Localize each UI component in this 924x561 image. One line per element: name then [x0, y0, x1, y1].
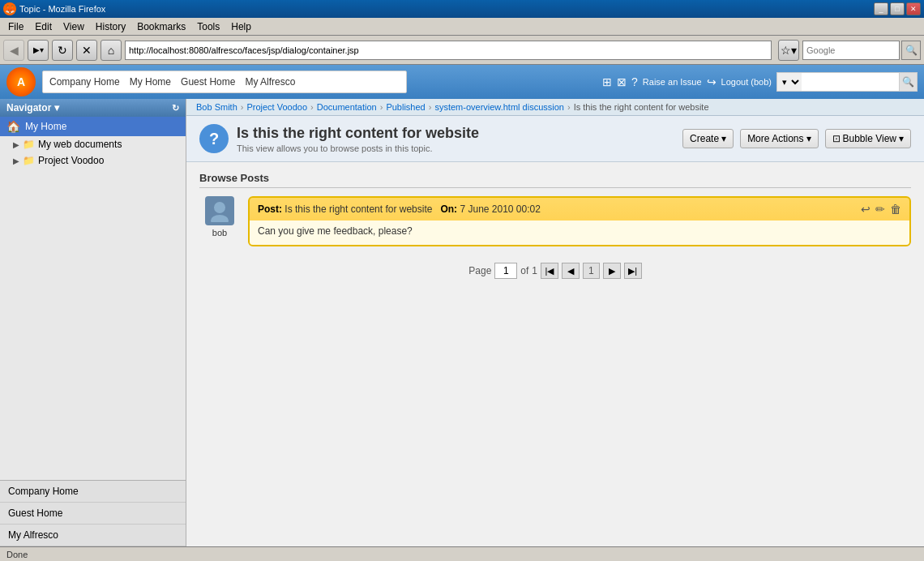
breadcrumb-project-voodoo[interactable]: Project Voodoo [246, 102, 307, 112]
maximize-button[interactable]: □ [890, 2, 905, 15]
breadcrumb-documentation[interactable]: Documentation [317, 102, 377, 112]
breadcrumb-bob-smith[interactable]: Bob Smith [196, 102, 237, 112]
more-actions-label: More Actions [747, 133, 803, 144]
status-bar: Done [0, 546, 924, 561]
main-layout: Navigator ▾ ↻ 🏠 My Home ▶ 📁 My web docum… [0, 99, 924, 546]
first-page-button[interactable]: |◀ [541, 263, 558, 279]
breadcrumb-discussion[interactable]: system-overview.html discussion [434, 102, 564, 112]
bubble-view-icon: ⊡ [832, 133, 841, 144]
header-right: ⊞ ⊠ ? Raise an Issue ↪ Logout (bob) ▾ 🔍 [602, 72, 918, 92]
bookmark-star[interactable]: ☆▾ [778, 40, 799, 61]
arrow-icon: ▶ [13, 140, 19, 149]
delete-icon[interactable]: 🗑 [890, 203, 901, 216]
app-search-button[interactable]: 🔍 [899, 73, 917, 91]
post-header: Post: Is this the right content for webs… [250, 198, 909, 221]
bottom-company-home[interactable]: Company Home [0, 481, 186, 503]
title-bar: 🦊 Topic - Mozilla Firefox _ □ ✕ [0, 0, 924, 18]
folder-icon: 📁 [23, 139, 35, 150]
back-button[interactable]: ◀ [3, 40, 24, 61]
menu-file[interactable]: File [3, 19, 28, 34]
home-button[interactable]: ⌂ [101, 40, 122, 61]
tree-project-voodoo-label: Project Voodoo [38, 155, 104, 166]
tree-web-docs-label: My web documents [38, 139, 122, 150]
window-title: Topic - Mozilla Firefox [19, 4, 105, 14]
top-nav: Company Home My Home Guest Home My Alfre… [42, 71, 407, 93]
svg-point-1 [211, 215, 229, 222]
nav-company-home[interactable]: Company Home [49, 76, 120, 88]
window-controls: _ □ ✕ [874, 2, 921, 15]
status-text: Done [6, 550, 28, 559]
nav-guest-home[interactable]: Guest Home [181, 76, 235, 88]
navigator-label: Navigator ▾ [6, 102, 59, 113]
browser-search-input[interactable] [802, 41, 900, 60]
app-header: A Company Home My Home Guest Home My Alf… [0, 65, 924, 99]
menu-bookmarks[interactable]: Bookmarks [132, 19, 190, 34]
topic-subtitle: This view allows you to browse posts in … [237, 143, 479, 153]
sidebar-item-my-home[interactable]: 🏠 My Home [0, 117, 186, 136]
post-container: bob Post: Is this the right content for … [199, 196, 911, 246]
menu-edit[interactable]: Edit [30, 19, 57, 34]
topic-actions: Create ▾ More Actions ▾ ⊡ Bubble View ▾ [682, 129, 911, 148]
bubble-view-arrow-icon: ▾ [899, 133, 904, 144]
menu-help[interactable]: Help [226, 19, 256, 34]
more-actions-button[interactable]: More Actions ▾ [740, 129, 818, 148]
bubble-view-button[interactable]: ⊡ Bubble View ▾ [825, 129, 912, 148]
next-page-button[interactable]: ▶ [603, 263, 621, 279]
search-area: 🔍 [802, 41, 921, 60]
browser-search-button[interactable]: 🔍 [901, 41, 921, 60]
minimize-button[interactable]: _ [874, 2, 888, 15]
menu-tools[interactable]: Tools [192, 19, 225, 34]
app-search-input[interactable] [802, 77, 899, 87]
header-help-icon[interactable]: ? [631, 75, 638, 88]
sidebar-tree-web-docs[interactable]: ▶ 📁 My web documents [0, 136, 186, 152]
total-pages: 1 [532, 265, 537, 276]
close-button[interactable]: ✕ [906, 2, 921, 15]
sidebar-refresh-icon[interactable]: ↻ [172, 103, 179, 113]
address-input[interactable] [129, 45, 768, 55]
edit-icon[interactable]: ✏ [875, 203, 885, 216]
app-search-area: ▾ 🔍 [776, 72, 918, 92]
sidebar-bottom-links: Company Home Guest Home My Alfresco [0, 480, 186, 546]
svg-point-0 [214, 202, 225, 213]
bottom-guest-home[interactable]: Guest Home [0, 503, 186, 525]
nav-my-alfresco[interactable]: My Alfresco [245, 76, 295, 88]
sidebar-tree-project-voodoo[interactable]: ▶ 📁 Project Voodoo [0, 152, 186, 169]
my-home-icon: 🏠 [6, 120, 20, 133]
header-icon-1[interactable]: ⊞ [602, 75, 612, 88]
header-icon-2[interactable]: ⊠ [617, 75, 627, 88]
address-bar [125, 41, 772, 60]
bottom-my-alfresco[interactable]: My Alfresco [0, 525, 186, 546]
stop-button[interactable]: ✕ [76, 40, 97, 61]
logout-icon: ↪ [707, 75, 717, 88]
page-input[interactable] [494, 263, 517, 279]
pagination: Page of 1 |◀ ◀ 1 ▶ ▶| [199, 256, 911, 285]
menu-history[interactable]: History [91, 19, 130, 34]
search-scope-select[interactable]: ▾ [777, 73, 802, 91]
prev-page-button[interactable]: ◀ [562, 263, 580, 279]
sidebar: Navigator ▾ ↻ 🏠 My Home ▶ 📁 My web docum… [0, 99, 186, 546]
topic-header: ? Is this the right content for website … [186, 116, 924, 162]
reload-button[interactable]: ↻ [52, 40, 73, 61]
content-area: Bob Smith › Project Voodoo › Documentati… [186, 99, 924, 546]
breadcrumb-current: Is this the right content for website [574, 102, 709, 112]
bubble-view-label: Bubble View [843, 133, 897, 144]
raise-issue-button[interactable]: Raise an Issue [643, 77, 702, 87]
last-page-button[interactable]: ▶| [624, 263, 642, 279]
menu-bar: File Edit View History Bookmarks Tools H… [0, 18, 924, 36]
post-user-area: bob [199, 196, 240, 246]
logout-button[interactable]: Logout (bob) [721, 77, 772, 87]
menu-view[interactable]: View [58, 19, 89, 34]
topic-title: Is this the right content for website [237, 125, 479, 142]
browser-icon: 🦊 [3, 2, 16, 15]
alfresco-logo: A [6, 67, 36, 96]
forward-button[interactable]: ▶▾ [28, 40, 49, 61]
current-page-num[interactable]: 1 [583, 263, 600, 279]
nav-bar: ◀ ▶▾ ↻ ✕ ⌂ ☆▾ 🔍 [0, 36, 924, 65]
create-button[interactable]: Create ▾ [682, 129, 734, 148]
reply-icon[interactable]: ↩ [861, 203, 871, 216]
topic-icon: ? [199, 124, 229, 153]
arrow-icon-2: ▶ [13, 156, 19, 165]
avatar [205, 196, 234, 225]
breadcrumb-published[interactable]: Published [386, 102, 425, 112]
nav-my-home[interactable]: My Home [130, 76, 171, 88]
